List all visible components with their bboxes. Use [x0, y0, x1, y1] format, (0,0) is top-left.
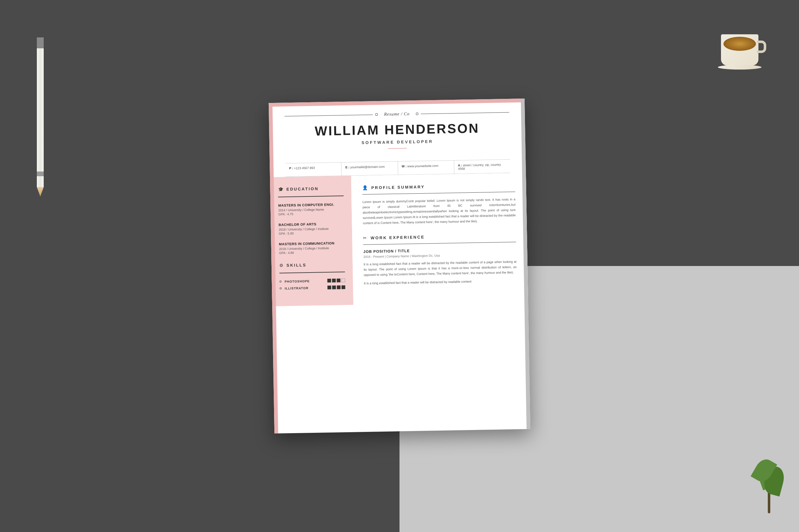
skill-bar-2-3 — [337, 285, 341, 289]
logo-line: Resume / Co — [284, 110, 509, 119]
job-desc-1: It is a long established fact that a rea… — [364, 259, 517, 278]
website-value: www.yourwebsite.com — [407, 164, 438, 168]
email-label: E : — [345, 166, 349, 169]
skill-bar-2-4 — [342, 285, 345, 289]
resume-document: Resume / Co WILLIAM HENDERSON SOFTWARE D… — [269, 98, 530, 434]
plant-decoration — [727, 451, 789, 513]
skills-icon — [279, 262, 284, 268]
degree-2: BACHELOR OF ARTS — [279, 222, 344, 227]
profile-icon — [362, 185, 367, 191]
university-1: 2014 / University / College Name — [278, 207, 344, 212]
coffee-cup-decoration — [721, 25, 762, 65]
cup-saucer — [718, 65, 762, 70]
left-column: EDUCATION MASTERS IN COMPUTER ENGI. 2014… — [270, 176, 353, 306]
job-item-1: JOB POSITION / TITLE 2016 - Present | Co… — [363, 247, 517, 286]
work-section-title: WORK EXPERIENCE — [370, 234, 425, 240]
job-desc-1b: It is a long established fact that a rea… — [364, 278, 517, 286]
contact-website: W : www.yourwebsite.com — [398, 160, 454, 175]
education-item-3: MASTERS IN COMMUNICATION 2018 / Universi… — [279, 241, 345, 255]
address-label: A : — [458, 164, 462, 167]
website-label: W : — [402, 165, 407, 168]
contact-address: A : street / country, zip, country 4568 — [454, 160, 510, 174]
address-value: street / country, zip, country 4568 — [458, 163, 501, 170]
university-2: 2018 / University / College / Institute — [279, 227, 344, 231]
phone-label: P : — [289, 167, 293, 170]
email-value: yourmailid@domain.com — [350, 165, 384, 169]
skill-bar-2-1 — [327, 286, 331, 289]
skill-name-1: PHOTOSHOPE — [285, 279, 327, 283]
cup-coffee — [724, 37, 756, 51]
education-divider — [278, 195, 344, 197]
skill-item-1: PHOTOSHOPE — [280, 279, 345, 283]
right-column: PROFILE SUMMARY Lorem Ipsum is simply du… — [351, 173, 528, 305]
phone-value: +123 4567 893 — [294, 166, 315, 170]
gpa-1: GPA : 4.75 — [278, 211, 344, 216]
logo-text: Resume / Co — [384, 111, 410, 117]
gpa-3: GPA : 4.80 — [279, 250, 345, 255]
contact-phone: P : +123 4567 893 — [285, 163, 342, 176]
skills-divider — [279, 272, 345, 273]
work-divider — [363, 242, 516, 245]
degree-3: MASTERS IN COMMUNICATION — [279, 241, 345, 246]
profile-section-header: PROFILE SUMMARY — [362, 182, 515, 191]
education-title: EDUCATION — [287, 186, 319, 191]
contact-email: E : yourmailid@domain.com — [342, 162, 398, 175]
logo-line-right — [421, 112, 509, 114]
skill-item-2: ILLISTRATOR — [280, 285, 345, 290]
skill-bullet-2 — [280, 287, 282, 289]
resume-body: EDUCATION MASTERS IN COMPUTER ENGI. 2014… — [270, 173, 528, 306]
candidate-title: SOFTWARE DEVELOPER — [285, 138, 510, 147]
skill-bar-1-1 — [327, 279, 331, 283]
skills-title: SKILLS — [287, 263, 307, 268]
cup-handle — [757, 40, 766, 53]
cup-body — [721, 34, 759, 65]
skill-bar-2-2 — [332, 286, 336, 289]
pencil-decoration — [36, 37, 44, 218]
skills-header: SKILLS — [279, 261, 345, 268]
candidate-name: WILLIAM HENDERSON — [285, 120, 510, 139]
work-section: WORK EXPERIENCE JOB POSITION / TITLE 201… — [363, 232, 517, 286]
education-section: EDUCATION MASTERS IN COMPUTER ENGI. 2014… — [278, 185, 345, 255]
logo-line-left — [285, 114, 373, 116]
skill-bars-2 — [327, 285, 345, 289]
pencil-tip — [37, 187, 44, 196]
pencil-band — [37, 172, 44, 176]
profile-divider — [362, 191, 515, 195]
skill-bar-1-3 — [337, 279, 341, 282]
work-icon — [363, 235, 367, 241]
profile-section: PROFILE SUMMARY Lorem Ipsum is simply du… — [362, 182, 515, 226]
resume-header: Resume / Co WILLIAM HENDERSON SOFTWARE D… — [269, 98, 526, 164]
skill-name-2: ILLISTRATOR — [285, 286, 327, 290]
education-icon — [278, 186, 283, 192]
skill-bar-1-2 — [332, 279, 336, 283]
logo-circle-right — [416, 113, 418, 115]
gpa-2: GPA : 5.00 — [279, 231, 344, 235]
skill-bar-1-4 — [342, 279, 345, 282]
education-item-2: BACHELOR OF ARTS 2018 / University / Col… — [279, 222, 345, 235]
title-underline — [388, 148, 407, 149]
profile-text: Lorem Ipsum is simply dummyContr popular… — [362, 196, 515, 226]
skills-section: SKILLS PHOTOSHOPE I — [279, 261, 345, 290]
degree-1: MASTERS IN COMPUTER ENGI. — [278, 203, 344, 207]
logo-circle-left — [376, 113, 378, 116]
skill-bullet-1 — [280, 281, 282, 283]
work-section-header: WORK EXPERIENCE — [363, 232, 516, 241]
education-item-1: MASTERS IN COMPUTER ENGI. 2014 / Univers… — [278, 203, 344, 216]
university-3: 2018 / University / College / Institute — [279, 246, 345, 251]
pencil-body — [37, 37, 44, 187]
skill-bars-1 — [327, 279, 345, 283]
pencil-eraser — [37, 37, 44, 48]
profile-section-title: PROFILE SUMMARY — [371, 184, 425, 190]
education-header: EDUCATION — [278, 185, 343, 192]
